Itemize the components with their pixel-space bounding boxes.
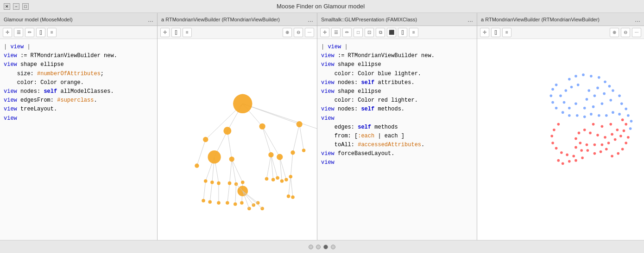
toolbar2-more-btn[interactable]: ··· (305, 28, 314, 37)
svg-point-96 (625, 108, 627, 110)
toolbar-move-btn[interactable]: ✛ (3, 28, 12, 37)
maximize-button[interactable]: □ (22, 3, 29, 10)
svg-point-38 (208, 150, 221, 163)
panel3-code[interactable]: | view | view := RTMondrianViewBuilder n… (317, 39, 477, 240)
svg-point-115 (611, 133, 613, 136)
svg-point-97 (618, 113, 621, 116)
toolbar4-minus-btn[interactable]: ⊖ (621, 28, 630, 37)
page-dot-4[interactable] (331, 245, 335, 249)
page-dot-1[interactable] (309, 245, 313, 249)
svg-point-89 (575, 102, 577, 105)
svg-line-15 (230, 159, 232, 183)
svg-point-131 (621, 118, 624, 121)
toolbar3-page-btn[interactable]: □ (354, 28, 363, 37)
svg-point-139 (553, 129, 556, 131)
toolbar-bracket-btn[interactable]: [] (36, 28, 45, 37)
toolbar4-move-btn[interactable]: ✛ (480, 28, 489, 37)
graph-visualization[interactable] (158, 39, 317, 240)
svg-line-31 (290, 177, 293, 197)
svg-point-130 (625, 123, 627, 126)
code-line-8: view treeLayout. (4, 105, 153, 114)
bottom-bar (0, 240, 644, 253)
svg-point-33 (297, 121, 303, 127)
svg-point-124 (593, 143, 596, 146)
minimize-button[interactable]: − (13, 3, 19, 10)
code-line-4: size: #numberOfAttributes; (4, 70, 153, 78)
panel3-menu[interactable]: ... (467, 16, 473, 23)
svg-point-36 (203, 137, 208, 142)
svg-point-127 (614, 138, 617, 141)
code-line-9: view (4, 114, 153, 123)
svg-point-40 (195, 163, 199, 168)
toolbar3-lines-btn[interactable]: ≡ (409, 28, 418, 37)
window-title: Moose Finder on Glamour model (277, 3, 365, 10)
toolbar3-select-btn[interactable]: ⊡ (365, 28, 374, 37)
panel2-menu[interactable]: ... (308, 16, 313, 23)
page-dot-3[interactable] (323, 245, 328, 249)
toolbar4-bracket-btn[interactable]: [] (491, 28, 500, 37)
svg-line-18 (267, 155, 271, 179)
title-bar: ✕ − □ Moose Finder on Glamour model (0, 0, 644, 13)
svg-line-23 (203, 181, 206, 201)
panel1-code[interactable]: | view | view := RTMondrianViewBuilder n… (0, 39, 157, 240)
svg-point-102 (583, 116, 586, 118)
svg-point-98 (612, 111, 614, 114)
toolbar3-paint-btn[interactable]: ✏ (342, 28, 352, 37)
panel4-body (477, 39, 644, 240)
toolbar-lines-btn[interactable]: ≡ (47, 28, 57, 37)
toolbar2-minus-btn[interactable]: ⊖ (294, 28, 303, 37)
toolbar2-plus-btn[interactable]: ⊕ (283, 28, 292, 37)
panel-glamour-presentation: Smalltalk::GLMPresentation (FAMIXClass) … (317, 13, 477, 240)
svg-point-106 (555, 107, 558, 110)
toolbar3-move-btn[interactable]: ✛ (320, 28, 329, 37)
svg-point-129 (623, 130, 625, 132)
svg-line-30 (289, 177, 291, 196)
close-button[interactable]: ✕ (4, 3, 10, 10)
svg-point-41 (268, 152, 273, 157)
p3-code-line-11: from: [:each | each ] (321, 132, 473, 141)
svg-line-10 (293, 124, 299, 153)
toolbar3-list-btn[interactable]: ☰ (331, 28, 341, 37)
page-dot-2[interactable] (316, 245, 321, 249)
svg-point-107 (551, 101, 554, 104)
svg-point-123 (586, 143, 588, 146)
toolbar2-bracket-btn[interactable]: [] (171, 28, 181, 37)
toolbar3-save-btn[interactable]: ⬛ (387, 28, 396, 37)
svg-point-154 (611, 155, 613, 157)
toolbar3-bracket-btn[interactable]: [] (398, 28, 407, 37)
p3-code-line-3: view shape ellipse (321, 60, 473, 69)
toolbar2-move-btn[interactable]: ✛ (160, 28, 170, 37)
svg-point-160 (575, 75, 577, 78)
svg-point-45 (204, 179, 208, 183)
panel4-toolbar: ✛ [] ≡ ⊕ ⊖ ··· (477, 26, 644, 39)
toolbar-list-btn[interactable]: ☰ (14, 28, 23, 37)
toolbar4-lines-btn[interactable]: ≡ (502, 28, 511, 37)
p3-code-line-9: view (321, 114, 473, 123)
svg-point-37 (259, 123, 265, 130)
window-controls[interactable]: ✕ − □ (4, 3, 29, 10)
svg-point-78 (587, 89, 590, 92)
toolbar3-copy-btn[interactable]: ⧉ (376, 28, 385, 37)
svg-point-135 (605, 148, 608, 150)
svg-line-7 (197, 140, 206, 166)
svg-point-77 (577, 84, 580, 86)
panel4-menu[interactable]: ... (635, 16, 640, 23)
toolbar-paint-btn[interactable]: ✏ (25, 28, 34, 37)
dots-visualization[interactable] (477, 39, 644, 240)
toolbar4-more-btn[interactable]: ··· (632, 28, 641, 37)
svg-point-100 (598, 114, 600, 117)
svg-point-125 (601, 143, 604, 146)
svg-point-132 (587, 149, 589, 152)
svg-point-156 (621, 148, 624, 150)
p3-code-line-1: | view | (321, 43, 473, 52)
panel2-title: a RTMondrianViewBuilder (RTMondrianViewB… (161, 17, 280, 22)
panel1-menu[interactable]: ... (148, 16, 153, 23)
panel1-toolbar: ✛ ☰ ✏ [] ≡ (0, 26, 157, 39)
svg-point-54 (280, 179, 284, 183)
toolbar2-lines-btn[interactable]: ≡ (183, 28, 192, 37)
svg-point-114 (616, 129, 619, 131)
toolbar4-plus-btn[interactable]: ⊕ (610, 28, 619, 37)
svg-point-32 (233, 94, 252, 113)
panel4-header: a RTMondrianViewBuilder (RTMondrianViewB… (477, 13, 644, 26)
svg-point-59 (217, 201, 221, 205)
